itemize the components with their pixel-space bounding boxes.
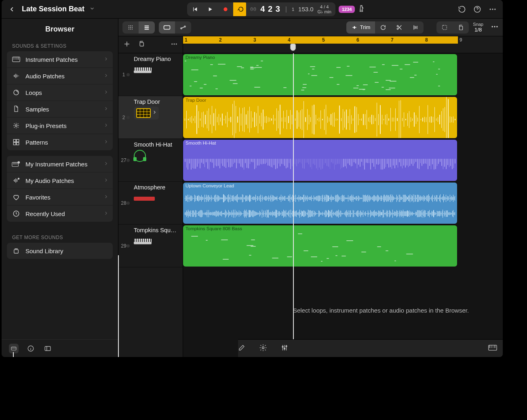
- svg-rect-10: [13, 143, 16, 145]
- count-in-badge[interactable]: 1234: [339, 6, 355, 13]
- track-header-trap-door[interactable]: 2 Trap Door: [118, 96, 183, 139]
- foot-browser-icon[interactable]: [9, 344, 19, 353]
- svg-point-40: [494, 26, 495, 27]
- svg-point-43: [171, 43, 173, 44]
- editor-settings-icon[interactable]: [259, 344, 267, 353]
- help-icon[interactable]: [473, 5, 482, 14]
- sidebar-item-favorites[interactable]: Favorites: [7, 189, 113, 205]
- editor-pencil-icon[interactable]: [238, 344, 245, 353]
- region-mode-segment[interactable]: [159, 21, 191, 34]
- track-more-icon[interactable]: [171, 40, 178, 49]
- cycle-range[interactable]: [183, 36, 458, 44]
- sidebar-item-recently-used[interactable]: Recently Used: [7, 206, 113, 222]
- rewind-button[interactable]: [187, 2, 202, 16]
- track-lane[interactable]: Trap Door: [183, 96, 503, 139]
- svg-point-49: [286, 345, 287, 346]
- selection-tool-button[interactable]: [436, 21, 453, 34]
- chevron-right-icon: [104, 160, 108, 168]
- foot-panel-icon[interactable]: [43, 344, 53, 353]
- guide-line: [13, 352, 14, 357]
- track-header-atmosphere[interactable]: 28 Atmosphere: [118, 182, 183, 225]
- playhead-knob[interactable]: [290, 44, 296, 51]
- track-header-tompkins-squ-[interactable]: 29 Tompkins Squ…: [118, 225, 183, 267]
- arrange-more-icon[interactable]: [491, 23, 499, 32]
- svg-point-23: [129, 27, 129, 28]
- lcd-display[interactable]: 00 4 2 3 | 1 153.0 4 / 4 G♭ min: [246, 2, 335, 16]
- sidebar-item-audio-patches[interactable]: Audio Patches: [7, 68, 113, 84]
- sidebar-item-plug-in-presets[interactable]: Plug-in Presets: [7, 118, 113, 134]
- chevron-right-icon: [104, 177, 108, 184]
- trim-tool-button[interactable]: Trim: [346, 21, 375, 34]
- browser-title: Browser: [2, 19, 118, 38]
- list-view-button[interactable]: [139, 21, 155, 34]
- transport-sig-key[interactable]: 4 / 4 G♭ min: [318, 4, 331, 14]
- project-title[interactable]: Late Session Beat: [22, 5, 84, 13]
- svg-rect-12: [12, 162, 19, 166]
- svg-point-4: [494, 8, 495, 10]
- svg-point-28: [132, 29, 133, 29]
- record-button[interactable]: [218, 2, 233, 16]
- sidebar-item-patterns[interactable]: Patterns: [7, 134, 113, 150]
- svg-rect-32: [164, 25, 170, 29]
- region[interactable]: Trap Door: [183, 97, 457, 138]
- undo-icon[interactable]: [457, 5, 466, 14]
- bar-label: 5: [322, 37, 325, 43]
- svg-rect-16: [14, 250, 19, 253]
- foot-info-icon[interactable]: [26, 344, 36, 353]
- add-track-icon[interactable]: [123, 40, 131, 49]
- play-button[interactable]: [202, 2, 218, 16]
- sidebar-item-label: Sound Library: [25, 248, 108, 254]
- svg-rect-31: [145, 29, 149, 29]
- region-name: Uptown Conveyor Lead: [186, 183, 234, 188]
- sidebar-item-instrument-patches[interactable]: Instrument Patches: [7, 51, 113, 67]
- more-icon[interactable]: [488, 5, 497, 14]
- sidebar-item-samples[interactable]: Samples: [7, 101, 113, 117]
- region-automation-button[interactable]: [175, 21, 191, 34]
- region-marquee-button[interactable]: [159, 21, 175, 34]
- chevron-right-icon: [104, 105, 108, 113]
- sidebar-item-loops[interactable]: Loops: [7, 84, 113, 101]
- track-lane[interactable]: Smooth Hi-Hat: [183, 139, 503, 182]
- region[interactable]: Dreamy Piano: [183, 54, 457, 95]
- keyboard-icon[interactable]: [488, 344, 497, 353]
- metronome-icon[interactable]: [357, 4, 365, 14]
- svg-point-33: [181, 27, 182, 29]
- loop-tool-button[interactable]: [375, 21, 391, 34]
- svg-rect-9: [17, 139, 19, 142]
- sidebar-item-sound-library[interactable]: Sound Library: [7, 243, 113, 259]
- snap-control[interactable]: Snap 1/8: [473, 22, 483, 33]
- bar-label: 4: [288, 37, 291, 43]
- track-header-dreamy-piano[interactable]: 1 Dreamy Piano: [118, 53, 183, 96]
- region[interactable]: Smooth Hi-Hat: [183, 140, 457, 181]
- grid-view-button[interactable]: [122, 21, 139, 34]
- region-name: Tompkins Square 808 Bass: [186, 226, 242, 231]
- svg-point-27: [130, 29, 131, 29]
- sidebar-item-my-audio-patches[interactable]: My Audio Patches: [7, 172, 113, 189]
- bar-label: 1: [185, 37, 188, 43]
- svg-point-3: [492, 8, 493, 10]
- sidebar-item-label: Loops: [25, 89, 99, 96]
- region[interactable]: Uptown Conveyor Lead: [183, 183, 457, 224]
- sidebar-item-my-instrument-patches[interactable]: My Instrument Patches: [7, 156, 113, 172]
- bar-label: 2: [219, 37, 222, 43]
- region-name: Smooth Hi-Hat: [186, 141, 216, 145]
- track-lane[interactable]: Uptown Conveyor Lead: [183, 182, 503, 225]
- svg-point-45: [176, 43, 177, 44]
- svg-point-14: [18, 178, 20, 180]
- track-lane[interactable]: Dreamy Piano: [183, 53, 503, 96]
- transport-bar: 1: [292, 7, 294, 12]
- editor-mixer-icon[interactable]: [281, 344, 288, 353]
- bar-label: 9: [460, 37, 462, 43]
- region[interactable]: Tompkins Square 808 Bass: [183, 225, 457, 267]
- track-header-smooth-hi-hat[interactable]: 27 Smooth Hi-Hat: [118, 139, 183, 182]
- item-icon: [12, 57, 21, 62]
- duplicate-track-icon[interactable]: [138, 40, 145, 49]
- copy-tool-button[interactable]: [453, 21, 469, 34]
- svg-rect-17: [11, 347, 16, 350]
- stretch-tool-button[interactable]: [407, 21, 424, 34]
- split-tool-button[interactable]: [391, 21, 407, 34]
- back-button[interactable]: [7, 4, 17, 14]
- view-mode-segment[interactable]: [122, 21, 155, 34]
- project-chevron-icon[interactable]: [89, 6, 95, 13]
- track-lane[interactable]: Tompkins Square 808 Bass: [183, 225, 503, 267]
